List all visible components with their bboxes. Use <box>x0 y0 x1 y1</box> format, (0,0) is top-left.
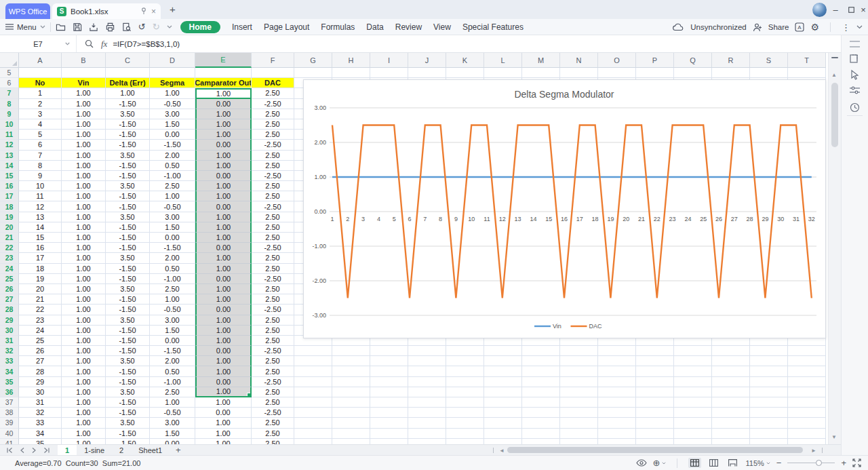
cell-E39[interactable]: 1.00 <box>195 418 252 428</box>
column-header-G[interactable]: G <box>294 53 332 68</box>
cell-D5[interactable] <box>150 68 195 78</box>
cell-B27[interactable]: 1.00 <box>62 294 106 305</box>
cell-A38[interactable]: 32 <box>19 408 62 418</box>
formula-input[interactable]: =IF(D7>=$B$3,1,0) <box>113 40 180 48</box>
cell-A34[interactable]: 28 <box>19 366 62 376</box>
cell-C41[interactable]: -1.50 <box>106 439 150 444</box>
cell-A15[interactable]: 9 <box>19 171 62 181</box>
cell-P32[interactable] <box>636 346 674 356</box>
scrollbar-collapse-handle[interactable] <box>831 57 838 58</box>
cell-Q37[interactable] <box>674 397 712 408</box>
cell-F20[interactable]: 2.50 <box>252 222 294 233</box>
cell-C8[interactable]: -1.50 <box>106 99 150 109</box>
cell-Q32[interactable] <box>674 346 712 356</box>
cell-H36[interactable] <box>332 387 370 397</box>
ribbon-tab-review[interactable]: Review <box>395 22 422 32</box>
row-header-5[interactable]: 5 <box>0 68 19 78</box>
cell-D29[interactable]: 3.00 <box>150 315 195 326</box>
cell-T34[interactable] <box>788 366 826 376</box>
cell-E32[interactable]: 0.00 <box>195 346 252 356</box>
row-header-25[interactable]: 25 <box>0 274 19 284</box>
cell-J35[interactable] <box>408 377 446 387</box>
row-header-10[interactable]: 10 <box>0 119 19 130</box>
user-avatar[interactable] <box>812 3 827 17</box>
cell-F11[interactable]: 2.50 <box>252 130 294 140</box>
row-header-12[interactable]: 12 <box>0 140 19 150</box>
cell-E18[interactable]: 0.00 <box>195 201 252 212</box>
cell-B13[interactable]: 1.00 <box>62 151 106 161</box>
cell-C31[interactable]: -1.50 <box>106 336 150 346</box>
cell-B40[interactable]: 1.00 <box>62 429 106 439</box>
cell-F19[interactable]: 2.50 <box>252 212 294 222</box>
insert-function-icon[interactable]: fx <box>101 39 107 50</box>
cell-D24[interactable]: 0.50 <box>150 264 195 274</box>
cell-D23[interactable]: 2.00 <box>150 253 195 263</box>
cell-F17[interactable]: 2.50 <box>252 191 294 201</box>
cell-A25[interactable]: 19 <box>19 274 62 284</box>
new-document-tab-button[interactable]: + <box>170 3 176 15</box>
cell-M34[interactable] <box>522 366 560 376</box>
cell-J41[interactable] <box>408 439 446 444</box>
cell-F41[interactable]: 2.50 <box>252 439 294 444</box>
cell-Q33[interactable] <box>674 356 712 366</box>
cell-M37[interactable] <box>522 397 560 408</box>
cell-M35[interactable] <box>522 377 560 387</box>
cell-A30[interactable]: 24 <box>19 326 62 336</box>
cell-R32[interactable] <box>712 346 750 356</box>
cell-O34[interactable] <box>598 366 636 376</box>
cell-C37[interactable]: -1.50 <box>106 397 150 408</box>
cell-B6[interactable]: Vin <box>62 78 106 88</box>
column-header-B[interactable]: B <box>62 53 106 68</box>
column-header-C[interactable]: C <box>106 53 150 68</box>
cell-K40[interactable] <box>446 429 484 439</box>
open-file-icon[interactable] <box>56 22 66 32</box>
chart-object[interactable]: Delta Segma Modulator3.002.001.000.00-1.… <box>303 79 826 338</box>
fullscreen-icon[interactable] <box>852 458 861 467</box>
scroll-up-icon[interactable]: ▲ <box>831 72 837 78</box>
eye-protection-icon[interactable] <box>636 459 647 467</box>
cell-S5[interactable] <box>750 68 788 78</box>
cell-R39[interactable] <box>712 418 750 428</box>
cell-P33[interactable] <box>636 356 674 366</box>
cell-E12[interactable]: 0.00 <box>195 140 252 150</box>
cell-L36[interactable] <box>484 387 522 397</box>
cell-C39[interactable]: 3.50 <box>106 418 150 428</box>
column-header-O[interactable]: O <box>598 53 636 68</box>
cell-E14[interactable]: 1.00 <box>195 161 252 171</box>
column-header-F[interactable]: F <box>252 53 294 68</box>
paste-clipboard-icon[interactable] <box>849 53 861 64</box>
cell-D32[interactable]: -1.50 <box>150 346 195 356</box>
scroll-right-icon[interactable]: ► <box>811 448 816 454</box>
cell-F30[interactable]: 2.50 <box>252 326 294 336</box>
cell-D26[interactable]: 2.50 <box>150 284 195 294</box>
column-header-D[interactable]: D <box>150 53 195 68</box>
cell-G35[interactable] <box>294 377 332 387</box>
column-header-K[interactable]: K <box>446 53 484 68</box>
cell-P36[interactable] <box>636 387 674 397</box>
row-header-7[interactable]: 7 <box>0 88 19 98</box>
cell-S37[interactable] <box>750 397 788 408</box>
tab-close-icon[interactable]: × <box>151 7 156 16</box>
cell-T33[interactable] <box>788 356 826 366</box>
cell-H39[interactable] <box>332 418 370 428</box>
sheet-tab-sheet1[interactable]: Sheet1 <box>131 445 170 456</box>
cell-O39[interactable] <box>598 418 636 428</box>
cell-N39[interactable] <box>560 418 598 428</box>
cell-N34[interactable] <box>560 366 598 376</box>
cell-A36[interactable]: 30 <box>19 387 62 397</box>
cell-S35[interactable] <box>750 377 788 387</box>
cell-H5[interactable] <box>332 68 370 78</box>
cell-I32[interactable] <box>370 346 408 356</box>
cell-C40[interactable]: -1.50 <box>106 429 150 439</box>
cell-I40[interactable] <box>370 429 408 439</box>
cell-J33[interactable] <box>408 356 446 366</box>
cell-D19[interactable]: 3.00 <box>150 212 195 222</box>
share-label[interactable]: Share <box>768 23 789 31</box>
cell-F9[interactable]: 2.50 <box>252 109 294 119</box>
cell-F8[interactable]: -2.50 <box>252 99 294 109</box>
cell-N40[interactable] <box>560 429 598 439</box>
cell-B9[interactable]: 1.00 <box>62 109 106 119</box>
cell-F6[interactable]: DAC <box>252 78 294 88</box>
cell-C12[interactable]: -1.50 <box>106 140 150 150</box>
select-all-corner[interactable] <box>0 53 19 68</box>
